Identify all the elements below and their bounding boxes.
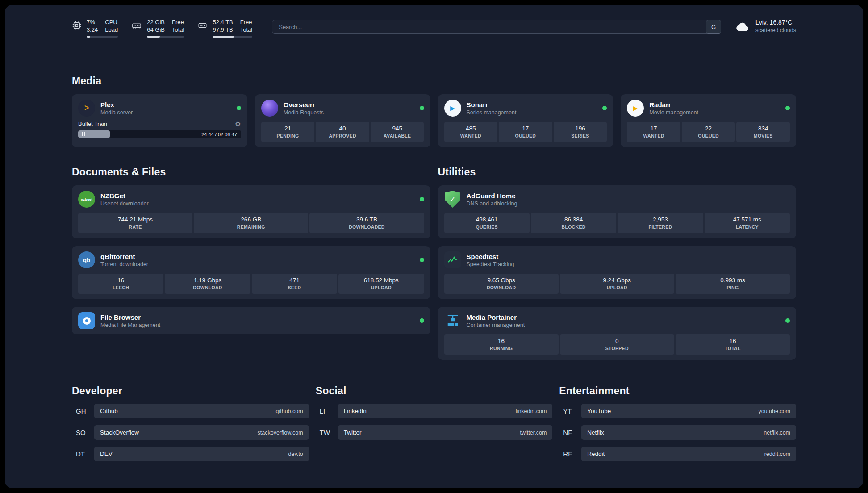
bookmark-reddit[interactable]: RE Reddit reddit.com — [559, 447, 796, 461]
search-engine-button[interactable]: G — [706, 20, 721, 34]
bookmark-name: Github — [100, 408, 118, 414]
documents-column: Documents & Files nzbget NZBGet Usenet d… — [72, 166, 430, 334]
stat-tiles: 21 PENDING 40 APPROVED 945 AVAILABLE — [261, 122, 424, 142]
app-subtitle: Torrent downloader — [100, 261, 148, 267]
bookmarks-grid: Developer GH Github github.com SO StackO… — [72, 385, 796, 461]
stat-tile: 471 SEED — [252, 274, 337, 294]
bookmark-url: dev.to — [288, 451, 303, 457]
search-bar: G — [272, 20, 721, 34]
bookmark-twitter[interactable]: TW Twitter twitter.com — [316, 425, 553, 440]
app-card-plex[interactable]: > Plex Media server Bullet Train ⚙ 24:44… — [72, 94, 247, 147]
disk-icon — [197, 21, 208, 30]
status-online-dot — [785, 318, 790, 323]
stat-label: QUEUED — [500, 133, 551, 138]
stat-tile: 266 GB REMAINING — [194, 213, 308, 233]
app-card-sonarr[interactable]: ▶ Sonarr Series management 485 WANTED 17… — [438, 94, 613, 147]
cpu-load-value: 3.24 — [87, 26, 98, 33]
status-online-dot — [237, 106, 241, 110]
stat-tile: 196 SERIES — [554, 122, 607, 142]
stat-label: STOPPED — [561, 346, 673, 351]
app-card-speedtest[interactable]: Speedtest Speedtest Tracking 9.65 Gbps D… — [438, 246, 797, 299]
playback-progress-bar[interactable]: 24:44 / 02:06:47 — [78, 130, 241, 138]
ram-total-value: 64 GiB — [147, 26, 165, 33]
app-name: Sonarr — [467, 101, 517, 109]
stat-tiles: 498,461 QUERIES 86,384 BLOCKED 2,953 FIL… — [444, 213, 790, 233]
header-divider — [72, 47, 796, 47]
stat-tile: 1.19 Gbps DOWNLOAD — [165, 274, 250, 294]
disk-free-value: 52.4 TB — [213, 18, 233, 26]
weather-widget: Lviv, 16.87°C scattered clouds — [734, 19, 796, 33]
app-card-filebrowser[interactable]: File Browser Media File Management — [72, 307, 430, 334]
status-online-dot — [420, 258, 424, 262]
stat-value: 17 — [500, 125, 551, 132]
app-card-overseerr[interactable]: Overseerr Media Requests 21 PENDING 40 A… — [255, 94, 430, 147]
app-subtitle: Media File Management — [100, 322, 160, 328]
stat-tile: 17 QUEUED — [499, 122, 552, 142]
weather-location: Lviv, 16.87°C — [755, 19, 796, 26]
stat-label: APPROVED — [317, 133, 368, 138]
stat-tile: 0 STOPPED — [560, 334, 674, 355]
bookmark-netflix[interactable]: NF Netflix netflix.com — [559, 425, 796, 440]
bookmark-stackoverflow[interactable]: SO StackOverflow stackoverflow.com — [72, 425, 309, 440]
app-subtitle: Series management — [467, 109, 517, 116]
bookmark-name: DEV — [100, 451, 113, 457]
bookmark-url: stackoverflow.com — [258, 430, 303, 436]
status-online-dot — [420, 197, 424, 201]
stat-value: 16 — [79, 277, 163, 284]
overseerr-icon — [261, 100, 278, 117]
stat-value: 21 — [262, 125, 314, 132]
stat-value: 834 — [737, 125, 789, 132]
stat-tile: 47.571 ms LATENCY — [705, 213, 790, 233]
stat-label: DOWNLOAD — [445, 285, 558, 290]
search-input[interactable] — [272, 20, 706, 33]
stat-label: RATE — [79, 224, 192, 230]
stat-tile: 40 APPROVED — [316, 122, 369, 142]
stat-label: MOVIES — [737, 133, 789, 138]
weather-condition: scattered clouds — [755, 27, 796, 33]
app-card-radarr[interactable]: ▶ Radarr Movie management 17 WANTED 22 Q… — [621, 94, 796, 147]
pause-icon[interactable] — [82, 132, 85, 136]
adguard-icon: ✓ — [444, 191, 461, 208]
status-online-dot — [420, 106, 424, 110]
app-subtitle: Container management — [467, 322, 525, 328]
app-name: File Browser — [100, 313, 160, 321]
stat-label: BLOCKED — [532, 224, 615, 230]
app-name: AdGuard Home — [467, 192, 517, 200]
stat-tile: 618.52 Mbps UPLOAD — [338, 274, 424, 294]
status-online-dot — [602, 106, 607, 110]
qbittorrent-icon: qb — [78, 251, 95, 268]
bookmark-youtube[interactable]: YT YouTube youtube.com — [559, 404, 796, 418]
bookmark-url: github.com — [276, 408, 303, 414]
stat-label: TOTAL — [676, 346, 789, 351]
stat-tile: 22 QUEUED — [682, 122, 735, 142]
app-card-qbittorrent[interactable]: qb qBittorrent Torrent downloader 16 LEE… — [72, 246, 430, 299]
stat-label: WANTED — [445, 133, 497, 138]
app-subtitle: Media Requests — [284, 109, 324, 116]
stat-tile: 834 MOVIES — [736, 122, 790, 142]
app-card-nzbget[interactable]: nzbget NZBGet Usenet downloader 744.21 M… — [72, 185, 430, 238]
stat-value: 16 — [445, 338, 558, 344]
bookmark-abbr: TW — [316, 429, 338, 436]
bookmark-url: youtube.com — [758, 408, 790, 414]
bookmark-abbr: GH — [72, 407, 94, 415]
plex-icon: > — [78, 100, 95, 117]
nzbget-icon: nzbget — [78, 191, 95, 208]
memory-icon — [131, 21, 142, 30]
filebrowser-icon — [78, 312, 95, 329]
bookmarks-entertainment: Entertainment YT YouTube youtube.com NF … — [559, 385, 796, 461]
bookmark-github[interactable]: GH Github github.com — [72, 404, 309, 418]
bookmarks-developer: Developer GH Github github.com SO StackO… — [72, 385, 309, 461]
stat-label: LATENCY — [705, 224, 789, 230]
disk-total-label: Total — [240, 26, 252, 33]
app-name: qBittorrent — [100, 253, 148, 260]
ram-free-label: Free — [172, 18, 184, 26]
app-card-portainer[interactable]: Media Portainer Container management 16 … — [438, 307, 797, 360]
gear-icon[interactable]: ⚙ — [235, 121, 241, 127]
app-card-adguard[interactable]: ✓ AdGuard Home DNS and adblocking 498,46… — [438, 185, 797, 238]
top-bar: 7% 3.24 CPU Load — [72, 18, 796, 38]
stat-value: 744.21 Mbps — [79, 216, 192, 223]
stat-label: SERIES — [555, 133, 606, 138]
bookmark-linkedin[interactable]: LI LinkedIn linkedin.com — [316, 404, 553, 418]
stat-tiles: 16 RUNNING 0 STOPPED 16 TOTAL — [444, 334, 790, 355]
bookmark-dev[interactable]: DT DEV dev.to — [72, 447, 309, 461]
